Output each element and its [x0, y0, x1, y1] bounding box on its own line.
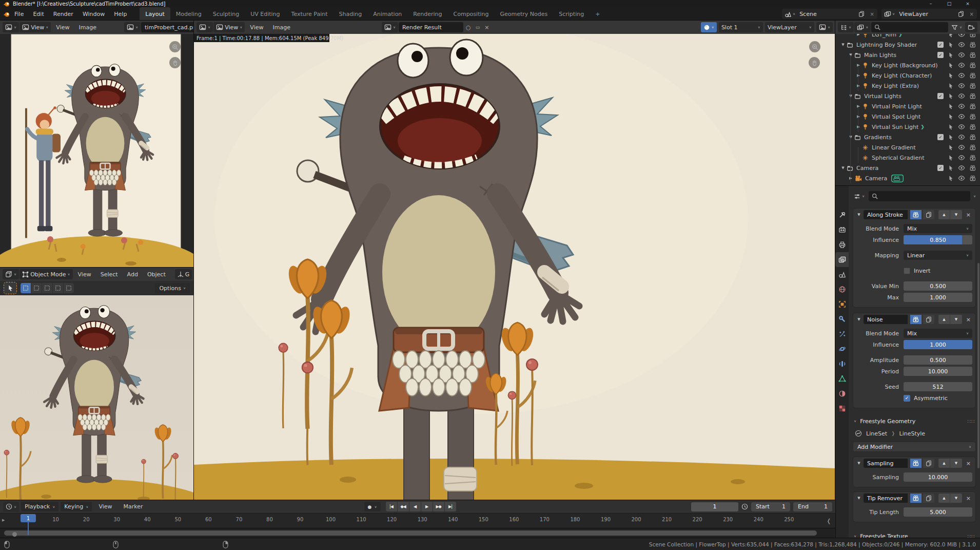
move-up-button[interactable]: ▲ — [938, 494, 950, 503]
menu-marker[interactable]: Marker — [119, 500, 148, 514]
properties-tab-material[interactable] — [835, 386, 849, 401]
expand-icon[interactable]: ▶ — [855, 34, 862, 36]
outliner-row-virtual-spot-light[interactable]: ▶Virtual Spot Light — [835, 111, 980, 122]
move-down-button[interactable]: ▼ — [950, 459, 962, 468]
select-extend-button[interactable] — [31, 283, 42, 293]
display-channels-button[interactable]: View∨ — [213, 22, 245, 32]
hide-viewport-icon[interactable] — [958, 134, 965, 140]
selectable-icon[interactable] — [948, 83, 954, 89]
disable-render-icon[interactable] — [969, 72, 976, 79]
selectable-icon[interactable] — [948, 42, 954, 48]
collapse-icon[interactable]: ▼ — [847, 135, 854, 139]
hide-viewport-icon[interactable] — [958, 93, 965, 99]
selectable-icon[interactable] — [948, 155, 954, 161]
close-button[interactable]: × — [958, 0, 977, 7]
workspace-tab-shading[interactable]: Shading — [334, 7, 368, 21]
keying-dropdown[interactable]: Keying∨ — [61, 502, 92, 511]
workspace-tab-rendering[interactable]: Rendering — [407, 7, 447, 21]
properties-search-input[interactable] — [869, 191, 970, 201]
workspace-tab-geometry-nodes[interactable]: Geometry Nodes — [494, 7, 553, 21]
collapse-icon[interactable]: ▼ — [856, 213, 862, 217]
menu-render[interactable]: Render — [49, 7, 78, 21]
outliner-row-linear-gradient[interactable]: Linear Gradient — [835, 142, 980, 153]
menu-image[interactable]: Image — [268, 21, 295, 34]
expand-icon[interactable]: ▶ — [855, 84, 862, 88]
minimize-button[interactable]: – — [922, 0, 940, 7]
use-render-toggle[interactable] — [910, 494, 922, 503]
playhead[interactable]: 1 — [21, 514, 36, 522]
exclude-checkbox[interactable]: ✓ — [937, 52, 944, 58]
properties-tab-world[interactable] — [835, 282, 849, 297]
modifier-name-field[interactable]: Along Stroke — [864, 210, 908, 219]
properties-tab-scene[interactable] — [835, 267, 849, 282]
modifier-name-field[interactable]: Tip Remover — [864, 494, 908, 503]
timeline-scroll-knob[interactable] — [12, 532, 17, 537]
active-tool-button[interactable] — [4, 282, 16, 294]
outliner-search-input[interactable] — [871, 22, 948, 32]
scene-unlink-icon[interactable]: × — [867, 11, 877, 17]
disable-render-icon[interactable] — [969, 83, 976, 89]
disable-render-icon[interactable] — [969, 144, 976, 151]
disable-render-icon[interactable] — [969, 134, 976, 141]
menu-view[interactable]: View — [73, 268, 96, 281]
outliner-row-virtual-sun-light[interactable]: ▶Virtual Sun Light❯ — [835, 122, 980, 132]
display-device-button[interactable]: ∨ — [816, 22, 833, 32]
workspace-tab-uv-editing[interactable]: UV Editing — [245, 7, 285, 21]
expand-icon[interactable]: ▶ — [855, 125, 862, 129]
editor-type-button[interactable]: ∨ — [3, 502, 19, 512]
move-up-button[interactable]: ▲ — [938, 315, 950, 324]
selectable-icon[interactable] — [948, 34, 954, 38]
remove-modifier-icon[interactable]: × — [964, 495, 973, 502]
options-dropdown[interactable]: Options∨ — [155, 283, 190, 293]
display-channels-button[interactable]: View∨ — [19, 22, 51, 32]
use-render-toggle[interactable] — [910, 210, 922, 219]
hide-viewport-icon[interactable] — [958, 103, 965, 109]
disable-render-icon[interactable] — [969, 42, 976, 48]
influence-slider[interactable]: 1.000 — [904, 340, 972, 349]
hide-viewport-icon[interactable] — [958, 165, 965, 171]
menu-view[interactable]: View — [51, 21, 74, 34]
jump-start-button[interactable]: |◀ — [386, 502, 397, 511]
timeline-ruler[interactable]: ▶ 10203040506070809010011012013014015016… — [0, 513, 835, 528]
image-name-field[interactable]: timProbert_cad.png — [141, 22, 194, 32]
editor-type-button[interactable]: ∨ — [197, 22, 213, 32]
maximize-button[interactable]: □ — [940, 0, 958, 7]
scene-selector[interactable]: ∨ Scene × — [782, 9, 877, 19]
outliner-row-gradients[interactable]: ▼Gradients✓ — [835, 132, 980, 142]
disable-render-icon[interactable] — [969, 34, 976, 38]
pan-gizmo[interactable] — [169, 57, 181, 68]
workspace-tab-sculpting[interactable]: Sculpting — [207, 7, 245, 21]
display-mode-button[interactable]: ∨ — [854, 22, 871, 32]
hide-viewport-icon[interactable] — [958, 62, 965, 68]
collapse-icon[interactable]: ▼ — [847, 53, 854, 57]
layer-dropdown[interactable]: ViewLayer∨ — [765, 22, 814, 32]
menu-object[interactable]: Object — [143, 268, 170, 281]
move-down-button[interactable]: ▼ — [950, 494, 962, 503]
hide-viewport-icon[interactable] — [958, 124, 965, 130]
properties-tab-texture[interactable] — [835, 401, 849, 416]
filter-button[interactable]: ∨ — [949, 22, 965, 32]
selectable-icon[interactable] — [948, 103, 954, 110]
hide-viewport-icon[interactable] — [958, 42, 965, 48]
outliner-row-spherical-gradient[interactable]: Spherical Gradient — [835, 153, 980, 163]
select-set-button[interactable] — [21, 283, 31, 293]
value-min-field[interactable]: 0.500 — [904, 281, 972, 291]
view-layer-selector[interactable]: ∨ ViewLayer × — [881, 9, 977, 19]
collapse-icon[interactable]: ▼ — [856, 461, 862, 465]
invert-checkbox[interactable] — [904, 268, 910, 274]
transform-orientation-button[interactable]: G — [175, 269, 192, 279]
move-down-button[interactable]: ▼ — [950, 315, 962, 324]
menu-view[interactable]: View — [245, 21, 268, 34]
amplitude-field[interactable]: 0.500 — [904, 355, 972, 365]
disable-render-icon[interactable] — [969, 62, 976, 69]
playback-dropdown[interactable]: Playback∨ — [21, 502, 58, 511]
new-scene-icon[interactable] — [856, 9, 867, 19]
modifier-name-field[interactable]: Sampling — [864, 459, 908, 468]
exclude-checkbox[interactable]: ✓ — [937, 165, 944, 171]
copy-modifier-button[interactable] — [923, 315, 934, 324]
disable-render-icon[interactable] — [969, 103, 976, 110]
disable-render-icon[interactable] — [969, 165, 976, 172]
blender-menu-icon[interactable] — [3, 11, 10, 17]
hide-viewport-icon[interactable] — [958, 83, 965, 89]
move-up-button[interactable]: ▲ — [938, 210, 950, 219]
